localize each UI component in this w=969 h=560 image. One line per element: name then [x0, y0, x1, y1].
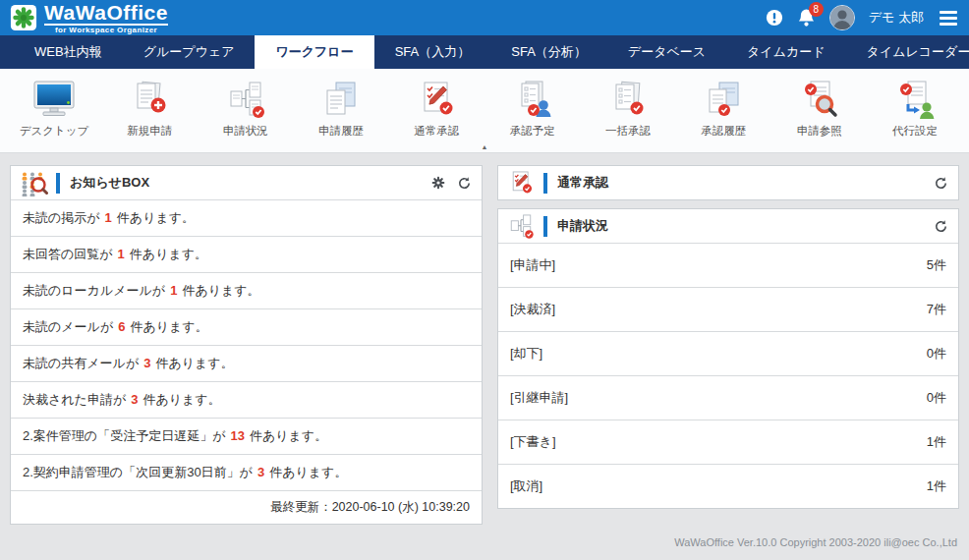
- status-row[interactable]: [引継申請] 0件: [498, 375, 958, 420]
- status-label: [引継申請]: [510, 389, 568, 407]
- notice-count: 3: [143, 356, 150, 370]
- tab-web-shanaiho[interactable]: WEB社内報: [14, 35, 123, 69]
- notice-count: 1: [118, 247, 125, 261]
- tab-groupware[interactable]: グループウェア: [123, 35, 256, 69]
- status-row[interactable]: [下書き] 1件: [498, 420, 958, 464]
- notice-box-panel: お知らせBOX: [10, 165, 483, 525]
- request-status-icon: [226, 78, 265, 119]
- app-logo[interactable]: WaWaOffice for Workspace Organizer: [10, 2, 168, 34]
- accent-bar: [543, 216, 547, 237]
- notice-box-icon: [17, 170, 50, 196]
- logo-subtitle: for Workspace Organizer: [44, 24, 168, 34]
- info-icon[interactable]: [766, 9, 783, 27]
- tab-timecard[interactable]: タイムカード: [726, 35, 846, 69]
- notification-badge: 8: [809, 2, 824, 17]
- user-name: デモ 太郎: [869, 9, 924, 27]
- notice-text-suffix: 件あります。: [142, 392, 220, 407]
- status-count: 1件: [927, 433, 946, 451]
- refresh-icon[interactable]: [934, 219, 948, 234]
- new-request-icon: [130, 78, 169, 119]
- avatar[interactable]: [829, 5, 855, 30]
- notice-text: 決裁された申請が: [23, 392, 126, 407]
- notice-text-suffix: 件あります。: [182, 283, 259, 298]
- toolbar-item-request-status[interactable]: 申請状況: [200, 78, 292, 139]
- notice-text: 未読のメールが: [23, 319, 113, 334]
- status-row[interactable]: [申請中] 5件: [498, 243, 958, 287]
- notice-text-suffix: 件あります。: [269, 465, 347, 479]
- status-row[interactable]: [決裁済] 7件: [498, 287, 958, 331]
- notice-row[interactable]: 2.契約申請管理の「次回更新30日前」が3件あります。: [11, 454, 482, 490]
- status-count: 7件: [927, 301, 946, 318]
- normal-approval-title: 通常承認: [557, 174, 922, 192]
- notice-text-suffix: 件あります。: [130, 247, 207, 261]
- approval-planned-icon: [513, 78, 552, 119]
- desktop-icon: [31, 78, 77, 119]
- notice-row[interactable]: 未読のメールが6件あります。: [11, 308, 482, 345]
- status-label: [却下]: [510, 345, 542, 363]
- toolbar-item-desktop[interactable]: デスクトップ: [8, 78, 100, 139]
- status-count: 5件: [927, 256, 946, 274]
- notice-row[interactable]: 未読の掲示が1件あります。: [11, 199, 482, 236]
- notice-text-suffix: 件あります。: [250, 428, 327, 443]
- notice-row[interactable]: 2.案件管理の「受注予定日遅延」が13件あります。: [11, 418, 482, 454]
- toolbar-item-normal-approval[interactable]: 通常承認: [390, 78, 483, 139]
- notice-text-suffix: 件あります。: [117, 210, 195, 225]
- notice-text: 未読のローカルメールが: [23, 283, 165, 298]
- workflow-toolbar: デスクトップ 新規申請: [0, 69, 969, 153]
- dashboard-content: お知らせBOX: [0, 153, 969, 525]
- notice-row[interactable]: 未読の共有メールが3件あります。: [11, 345, 482, 381]
- notice-text: 2.案件管理の「受注予定日遅延」が: [23, 428, 225, 443]
- toolbar-item-proxy-setting[interactable]: 代行設定: [869, 78, 961, 139]
- toolbar-item-approval-planned[interactable]: 承認予定: [486, 78, 579, 139]
- main-nav: WEB社内報 グループウェア ワークフロー SFA（入力） SFA（分析） デー…: [0, 35, 969, 69]
- top-bar: WaWaOffice for Workspace Organizer 8: [0, 0, 969, 35]
- notice-count: 6: [118, 319, 125, 334]
- tab-workflow[interactable]: ワークフロー: [255, 35, 373, 69]
- status-row[interactable]: [却下] 0件: [498, 331, 958, 375]
- status-count: 1件: [927, 477, 946, 495]
- tab-timerecorder[interactable]: タイムレコーダー: [846, 35, 969, 69]
- proxy-setting-icon: [895, 78, 935, 119]
- toolbar-item-approval-history[interactable]: 承認履歴: [677, 78, 770, 139]
- toolbar-item-bulk-approval[interactable]: 一括承認: [582, 78, 674, 139]
- last-updated: 最終更新：2020-06-10 (水) 10:39:20: [11, 490, 482, 524]
- bell-icon[interactable]: 8: [797, 8, 816, 28]
- status-label: [申請中]: [510, 256, 555, 274]
- status-count: 0件: [927, 389, 946, 407]
- refresh-icon[interactable]: [457, 176, 472, 191]
- notice-row[interactable]: 決裁された申請が3件あります。: [11, 381, 482, 418]
- tab-sfa-input[interactable]: SFA（入力）: [374, 35, 491, 69]
- hamburger-menu-icon[interactable]: [938, 9, 959, 28]
- notice-row[interactable]: 未回答の回覧が1件あります。: [11, 236, 482, 272]
- request-status-icon: [504, 213, 538, 239]
- notice-count: 3: [257, 465, 264, 479]
- caret-up-icon: ▲: [482, 143, 488, 150]
- notice-count: 1: [170, 283, 177, 298]
- normal-approval-panel: 通常承認: [497, 165, 959, 200]
- approval-history-icon: [704, 78, 743, 119]
- settings-gear-icon[interactable]: [431, 176, 445, 190]
- notice-count: 1: [105, 210, 112, 225]
- notice-text: 未読の掲示が: [23, 210, 100, 225]
- notice-text: 未回答の回覧が: [23, 247, 113, 261]
- toolbar-collapse-button[interactable]: ▲: [0, 139, 969, 152]
- status-row[interactable]: [取消] 1件: [498, 464, 958, 508]
- toolbar-item-request-history[interactable]: 申請履歴: [295, 78, 387, 139]
- normal-approval-icon: [417, 78, 456, 119]
- tab-database[interactable]: データベース: [607, 35, 726, 69]
- request-status-panel: 申請状況 [申請中] 5件 [決裁済]: [497, 208, 959, 509]
- notice-count: 3: [131, 392, 138, 407]
- refresh-icon[interactable]: [934, 176, 948, 191]
- toolbar-item-request-reference[interactable]: 申請参照: [773, 78, 866, 139]
- bulk-approval-icon: [608, 78, 648, 119]
- notice-text-suffix: 件あります。: [130, 319, 207, 334]
- accent-bar: [56, 173, 60, 194]
- status-count: 0件: [927, 345, 946, 363]
- notice-list: 未読の掲示が1件あります。 未回答の回覧が1件あります。 未読のローカルメールが…: [11, 199, 482, 490]
- toolbar-item-new-request[interactable]: 新規申請: [103, 78, 196, 139]
- tab-sfa-analysis[interactable]: SFA（分析）: [490, 35, 607, 69]
- notice-row[interactable]: 未読のローカルメールが1件あります。: [11, 272, 482, 308]
- notice-text: 未読の共有メールが: [23, 356, 139, 370]
- request-status-list: [申請中] 5件 [決裁済] 7件 [却下] 0件 [引継申請]: [498, 243, 958, 508]
- logo-title: WaWaOffice: [44, 2, 168, 23]
